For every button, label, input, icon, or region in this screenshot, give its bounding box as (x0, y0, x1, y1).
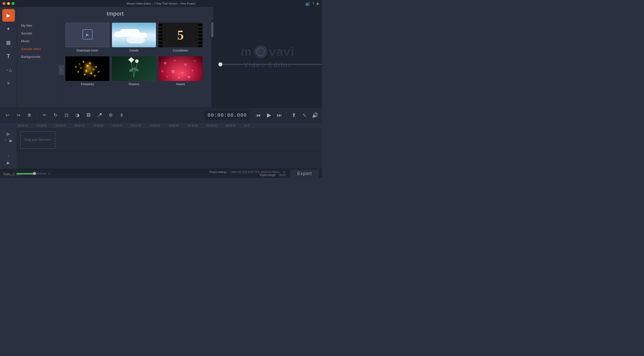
separator-1 (37, 111, 37, 119)
tv-icon[interactable]: 📺 (305, 2, 310, 6)
eye-icon[interactable]: 👁 (4, 138, 7, 142)
ruler-mark: 00:00:05 (36, 124, 55, 127)
ruler-mark: 00:00:00 (17, 124, 36, 127)
redo-icon: ↪ (17, 112, 20, 118)
timeline-left: ▶ 👁 🔈 ♪ 🔈 (0, 129, 17, 169)
toolbar-wizard-button[interactable]: ✦ (2, 23, 15, 35)
toolbar-import-button[interactable]: ▶ (2, 9, 15, 22)
delete-button[interactable]: 🗑 (25, 110, 34, 120)
speaker-icon[interactable]: 🔈 (9, 138, 13, 142)
toolbar-filters-button[interactable]: ≡ (2, 77, 15, 90)
export-preview-button[interactable]: ⬆ (289, 111, 298, 120)
project-length-label: Project length: (260, 174, 276, 176)
left-toolbar: ▶ ✦ ▦ T →△ ≡ (0, 7, 17, 108)
minimize-button[interactable] (7, 2, 10, 5)
nav-sounds[interactable]: Sounds (17, 29, 62, 37)
crop-icon: ⊡ (65, 112, 68, 118)
separator-playback (287, 111, 287, 119)
grid-item-hearts[interactable]: ♥ ♥ ♥ ♥ ♥ ♥ ♥ ♥ ♥ ♥ (158, 56, 203, 86)
video-editor-text: Video Editor (244, 61, 291, 69)
close-button[interactable] (3, 2, 6, 5)
movavi-icon (254, 45, 267, 58)
ruler-mark: 00:00:50 (206, 124, 225, 127)
ruler-mark: 00:00:15 (74, 124, 93, 127)
rotate-button[interactable]: ↻ (51, 110, 60, 120)
play-button[interactable]: ▶ (264, 111, 273, 120)
titlebar: Movavi Video Editor – 7-Day Trial Versio… (0, 0, 322, 7)
settings-button[interactable]: ⚙ (106, 110, 115, 120)
prev-frame-icon: ⏮ (256, 112, 261, 118)
scale-slider-thumb[interactable] (33, 172, 36, 175)
crop-button[interactable]: ⊡ (62, 110, 71, 120)
nav-my-files[interactable]: My files (17, 22, 62, 29)
equalizer-button[interactable]: 🎛 (117, 110, 127, 120)
timeline-tracks: ▶ 👁 🔈 ♪ 🔈 Drag your files here (0, 129, 322, 169)
text-icon: T (7, 53, 10, 59)
titles-icon: ▦ (6, 39, 11, 46)
redo-button[interactable]: ↪ (14, 110, 23, 120)
project-length-value: 00:00 (279, 174, 285, 176)
maximize-button[interactable] (12, 2, 15, 5)
top-section: ▶ ✦ ▦ T →△ ≡ Import My fi (0, 7, 322, 108)
next-frame-button[interactable]: ⏭ (275, 111, 284, 120)
grid-item-flowers[interactable]: Flowers (112, 56, 156, 86)
filehippo-label: FileHippo.com (4, 173, 21, 176)
chevron-left-icon: ‹ (61, 68, 62, 72)
video-track-controls: ▶ 👁 🔈 (4, 131, 13, 142)
rotate-icon: ↻ (54, 112, 57, 118)
grid-item-countdown-label: Countdown (158, 49, 203, 52)
undo-icon: ↩ (6, 112, 9, 118)
color-button[interactable]: ◑ (73, 110, 82, 120)
svg-point-6 (128, 59, 131, 61)
playback-controls: 00:00:00.000 ⏮ ▶ ⏭ ⬆ ⤡ 🔊 (205, 111, 319, 120)
toolbar-titles-button[interactable]: ▦ (2, 36, 15, 49)
grid-item-download-more[interactable]: ▶ ↓ Download more! (65, 23, 109, 52)
toolbar-transitions-button[interactable]: →△ (2, 63, 15, 76)
movavi-logo-text: m vavi (241, 45, 295, 59)
progress-bar[interactable] (218, 64, 322, 65)
drop-zone[interactable]: Drag your files here (20, 131, 55, 149)
toolbar-text-button[interactable]: T (2, 50, 15, 62)
ruler-mark: 00:0 (244, 124, 262, 127)
grid-item-download-more-label: Download more! (65, 49, 109, 52)
youtube-icon[interactable]: ▶ (317, 2, 319, 6)
edit-settings-icon[interactable]: ✏ (283, 171, 285, 173)
prev-frame-button[interactable]: ⏮ (254, 111, 263, 120)
volume-button[interactable]: 🔊 (310, 111, 319, 120)
volume-icon: 🔊 (312, 112, 318, 118)
timeline-area: 00:00:00 00:00:05 00:00:10 00:00:15 00:0… (0, 123, 322, 169)
undo-button[interactable]: ↩ (3, 110, 12, 120)
wizard-icon: ✦ (6, 26, 11, 32)
nav-sample-video[interactable]: Sample video (17, 45, 62, 53)
media-button[interactable]: 🖼 (84, 110, 93, 120)
grid-item-countdown[interactable]: 5 Countdown (158, 23, 203, 52)
filters-icon: ≡ (7, 81, 10, 86)
collapse-panel-button[interactable]: ‹ (59, 65, 64, 75)
grid-scrollbar[interactable] (211, 20, 213, 108)
gear-icon: ⚙ (109, 112, 113, 118)
project-settings-value: 1280x720 16:9 29.97 FPS, 44100 Hz Stereo (230, 171, 280, 173)
grid-item-clouds[interactable]: Clouds (112, 23, 156, 52)
audio-record-button[interactable]: 🎤 (95, 110, 104, 120)
cut-button[interactable]: ✂ (39, 110, 49, 120)
nav-backgrounds[interactable]: Backgrounds (17, 53, 62, 61)
audio-volume-icon[interactable]: 🔈 (6, 160, 11, 164)
image-icon: 🖼 (87, 113, 91, 117)
svg-point-5 (136, 60, 138, 62)
music-note-icon: ♪ (7, 153, 10, 159)
transitions-icon: →△ (5, 67, 12, 72)
facebook-icon[interactable]: f (313, 2, 314, 6)
progress-knob[interactable] (218, 62, 222, 66)
fullscreen-button[interactable]: ⤡ (300, 111, 309, 120)
grid-item-clouds-label: Clouds (112, 49, 156, 52)
grid-scrollbar-thumb[interactable] (211, 22, 213, 37)
import-grid: ▶ ↓ Download more! (62, 20, 213, 108)
svg-point-7 (132, 59, 134, 61)
scale-large-icon: ⊡ (48, 172, 51, 175)
scissors-icon: ✂ (43, 112, 46, 118)
next-frame-icon: ⏭ (277, 112, 282, 118)
grid-item-fireworks[interactable]: Fireworks (65, 56, 109, 86)
ruler-mark: 00:00:25 (111, 124, 130, 127)
export-button[interactable]: Export (290, 169, 319, 178)
nav-music[interactable]: Music (17, 37, 62, 45)
